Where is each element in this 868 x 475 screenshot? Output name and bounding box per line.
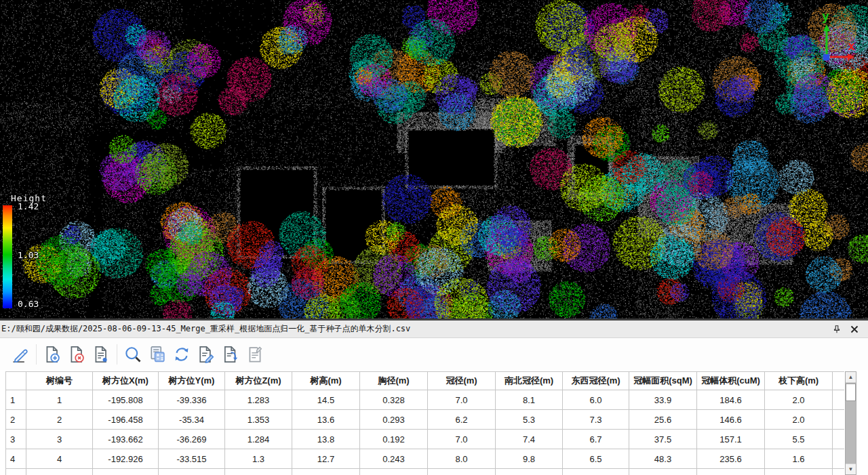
column-header[interactable]: 树方位Y(m)	[159, 372, 225, 390]
table-cell[interactable]: -33.515	[159, 449, 225, 469]
table-cell[interactable]: -35.34	[159, 410, 225, 430]
table-corner-cell[interactable]	[6, 372, 26, 390]
table-row[interactable]: 44-192.926-33.5151.312.70.2438.09.86.548…	[6, 449, 845, 469]
table-cell[interactable]: 1	[26, 390, 93, 410]
table-cell[interactable]: 7.4	[496, 430, 563, 449]
scroll-up-icon[interactable]: ▲	[846, 372, 856, 383]
table-row[interactable]: 11-195.808-39.3361.28314.50.3287.08.16.0…	[6, 390, 845, 410]
table-cell[interactable]: 8.0	[428, 449, 496, 469]
column-header[interactable]: 树方位X(m)	[93, 372, 159, 390]
pin-icon[interactable]	[830, 323, 844, 336]
row-number[interactable]: 4	[6, 449, 26, 469]
remove-file-button[interactable]	[64, 342, 89, 367]
table-cell	[6, 469, 26, 475]
table-cell[interactable]: 0.243	[360, 449, 428, 469]
table-cell[interactable]: -196.458	[93, 410, 159, 430]
table-cell[interactable]: -193.662	[93, 430, 159, 449]
table-cell[interactable]: 4	[26, 449, 93, 469]
column-header[interactable]: 冠幅体积(cuM)	[697, 372, 765, 390]
filler-cell	[833, 449, 845, 469]
table-cell[interactable]: 7.0	[428, 430, 496, 449]
column-header[interactable]: 胸径(m)	[360, 372, 428, 390]
close-icon[interactable]	[848, 323, 861, 336]
edit-disabled-button[interactable]	[243, 342, 267, 367]
edit-record-button[interactable]	[194, 342, 218, 367]
table-cell[interactable]: 0.192	[360, 430, 428, 449]
table-cell[interactable]: 1.284	[225, 430, 292, 449]
table-cell[interactable]: 33.9	[629, 390, 697, 410]
table-cell[interactable]: 9.8	[496, 449, 563, 469]
table-row-partial[interactable]	[6, 469, 845, 475]
table-cell[interactable]: -195.808	[93, 390, 159, 410]
statistics-button[interactable]	[145, 342, 170, 367]
table-cell[interactable]: 0.328	[360, 390, 428, 410]
x-axis-arrow	[848, 54, 854, 60]
table-cell[interactable]: 8.1	[496, 390, 563, 410]
table-cell[interactable]: 1.3	[225, 449, 292, 469]
point-cloud-viewport[interactable]: Height 1.42 1.03 0.63 y x	[0, 0, 868, 318]
table-cell[interactable]: -36.269	[159, 430, 225, 449]
toolbar-separator	[117, 344, 117, 365]
refresh-button[interactable]	[170, 342, 194, 367]
row-number[interactable]: 1	[6, 390, 26, 410]
table-cell	[360, 469, 428, 475]
table-cell[interactable]: 157.1	[697, 430, 765, 449]
table-cell[interactable]: 6.0	[563, 390, 629, 410]
table-cell[interactable]: 2.0	[765, 390, 833, 410]
column-header[interactable]: 枝下高(m)	[765, 372, 833, 390]
save-file-button[interactable]	[89, 342, 113, 367]
table-cell[interactable]: 25.6	[629, 410, 697, 430]
table-cell[interactable]: 146.6	[697, 410, 765, 430]
add-file-button[interactable]	[40, 342, 64, 367]
filler-header	[833, 372, 845, 390]
table-cell[interactable]: 14.5	[292, 390, 360, 410]
attribute-table: 树编号树方位X(m)树方位Y(m)树方位Z(m)树高(m)胸径(m)冠径(m)南…	[5, 371, 844, 475]
column-header[interactable]: 南北冠径(m)	[496, 372, 563, 390]
table-cell[interactable]: 6.5	[563, 449, 629, 469]
column-header[interactable]: 冠幅面积(sqM)	[629, 372, 697, 390]
table-cell[interactable]: 7.0	[428, 390, 496, 410]
table-cell[interactable]: 6.2	[428, 410, 496, 430]
table-cell[interactable]: 37.5	[629, 430, 697, 449]
search-button[interactable]	[121, 342, 145, 367]
column-header[interactable]: 树高(m)	[292, 372, 360, 390]
table-cell[interactable]: 13.6	[292, 410, 360, 430]
column-header[interactable]: 冠径(m)	[428, 372, 496, 390]
table-cell[interactable]: 48.3	[629, 449, 697, 469]
table-cell[interactable]: 1.353	[225, 410, 292, 430]
table-cell[interactable]: -192.926	[93, 449, 159, 469]
table-cell[interactable]: 13.8	[292, 430, 360, 449]
table-cell[interactable]: 7.3	[563, 410, 629, 430]
point-cloud-canvas[interactable]	[0, 0, 868, 318]
table-cell	[563, 469, 629, 475]
table-cell[interactable]: 5.3	[496, 410, 563, 430]
table-cell[interactable]: 6.7	[563, 430, 629, 449]
scroll-down-icon[interactable]: ▼	[846, 463, 856, 474]
table-cell[interactable]: 1.6	[765, 449, 833, 469]
apply-file-button[interactable]	[218, 342, 243, 367]
table-cell[interactable]: 5.5	[765, 430, 833, 449]
row-number[interactable]: 2	[6, 410, 26, 430]
table-cell[interactable]: 1.283	[225, 390, 292, 410]
column-header[interactable]: 树方位Z(m)	[225, 372, 292, 390]
table-cell[interactable]: 235.6	[697, 449, 765, 469]
scrollbar-thumb[interactable]	[846, 384, 856, 401]
search-icon	[123, 345, 142, 364]
y-axis-arrow	[823, 24, 830, 31]
table-cell[interactable]: 184.6	[697, 390, 765, 410]
table-row[interactable]: 22-196.458-35.341.35313.60.2936.25.37.32…	[6, 410, 845, 430]
table-cell[interactable]: 2	[26, 410, 93, 430]
table-cell[interactable]: 2.0	[765, 410, 833, 430]
refresh-icon	[172, 345, 191, 364]
table-vertical-scrollbar[interactable]: ▲ ▼	[845, 371, 856, 475]
table-cell[interactable]: 3	[26, 430, 93, 449]
table-cell[interactable]: 0.293	[360, 410, 428, 430]
table-wrap: 树编号树方位X(m)树方位Y(m)树方位Z(m)树高(m)胸径(m)冠径(m)南…	[5, 371, 844, 475]
edit-button[interactable]	[8, 342, 33, 367]
table-cell[interactable]: -39.336	[159, 390, 225, 410]
column-header[interactable]: 树编号	[26, 372, 93, 390]
table-row[interactable]: 33-193.662-36.2691.28413.80.1927.07.46.7…	[6, 430, 845, 449]
table-cell[interactable]: 12.7	[292, 449, 360, 469]
row-number[interactable]: 3	[6, 430, 26, 449]
column-header[interactable]: 东西冠径(m)	[563, 372, 629, 390]
